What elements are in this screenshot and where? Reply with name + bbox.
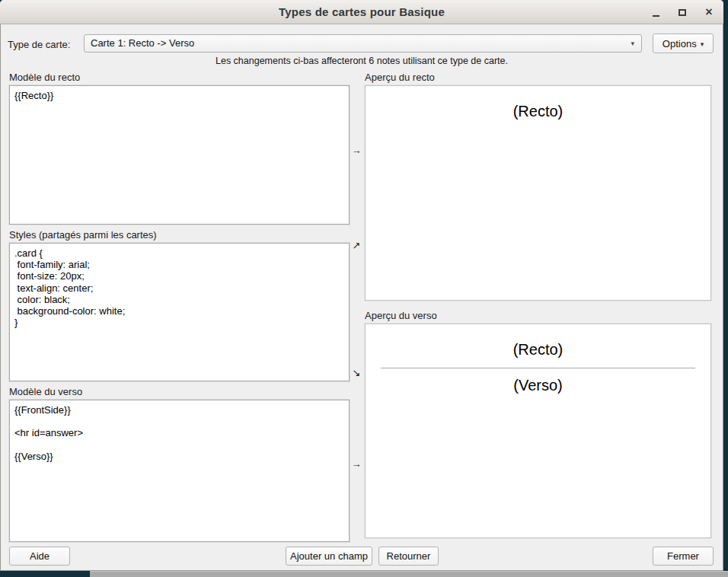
- answer-divider: [381, 368, 695, 368]
- styling-editor[interactable]: .card { font-family: arial; font-size: 2…: [9, 243, 350, 381]
- titlebar[interactable]: Types de cartes pour Basique ×: [0, 0, 723, 24]
- window-title: Types de cartes pour Basique: [0, 5, 723, 18]
- front-preview-text: (Recto): [366, 103, 710, 120]
- arrow-right-icon: →: [350, 145, 363, 156]
- chevron-down-icon: ▾: [631, 35, 634, 52]
- front-preview-panel: (Recto): [365, 85, 711, 301]
- front-preview-label: Aperçu du recto: [365, 72, 435, 83]
- back-template-editor[interactable]: {{FrontSide}} <hr id=answer> {{Verso}}: [9, 400, 350, 542]
- options-button[interactable]: Options ▾: [653, 33, 714, 53]
- help-button[interactable]: Aide: [9, 547, 70, 566]
- maximize-icon: [679, 9, 686, 16]
- close-dialog-button[interactable]: Fermer: [653, 547, 714, 566]
- maximize-button[interactable]: [674, 4, 691, 21]
- options-button-label: Options: [663, 38, 697, 49]
- card-type-value: Carte 1: Recto -> Verso: [91, 37, 194, 49]
- options-caret-icon: ▾: [701, 40, 704, 48]
- close-icon: ×: [705, 6, 712, 18]
- back-preview-label: Aperçu du verso: [365, 310, 437, 321]
- front-template-editor[interactable]: {{Recto}}: [9, 85, 350, 225]
- back-template-label: Modèle du verso: [9, 386, 82, 397]
- back-preview-back-text: (Verso): [366, 377, 710, 394]
- minimize-button[interactable]: [647, 4, 664, 21]
- close-button[interactable]: ×: [701, 4, 717, 21]
- add-field-button[interactable]: Ajouter un champ: [286, 547, 372, 566]
- card-type-label: Type de carte:: [8, 39, 70, 50]
- background-window-edge: [90, 571, 728, 577]
- card-type-select[interactable]: Carte 1: Recto -> Verso ▾: [84, 34, 642, 53]
- window-controls: ×: [647, 0, 717, 24]
- minimize-icon: [653, 15, 659, 17]
- arrow-up-right-icon: ↗: [350, 240, 363, 251]
- front-template-label: Modèle du recto: [9, 72, 80, 83]
- back-preview-front-text: (Recto): [366, 341, 710, 359]
- affected-notes-notice: Les changements ci-bas affecteront 6 not…: [0, 56, 723, 66]
- back-preview-panel: (Recto) (Verso): [365, 324, 711, 538]
- flip-card-button[interactable]: Retourner: [378, 547, 439, 566]
- styling-label: Styles (partagés parmi les cartes): [9, 229, 157, 241]
- arrow-down-right-icon: ↘: [350, 367, 363, 378]
- card-types-dialog: Types de cartes pour Basique × Type de c…: [0, 0, 723, 571]
- arrow-right-icon: →: [350, 458, 363, 470]
